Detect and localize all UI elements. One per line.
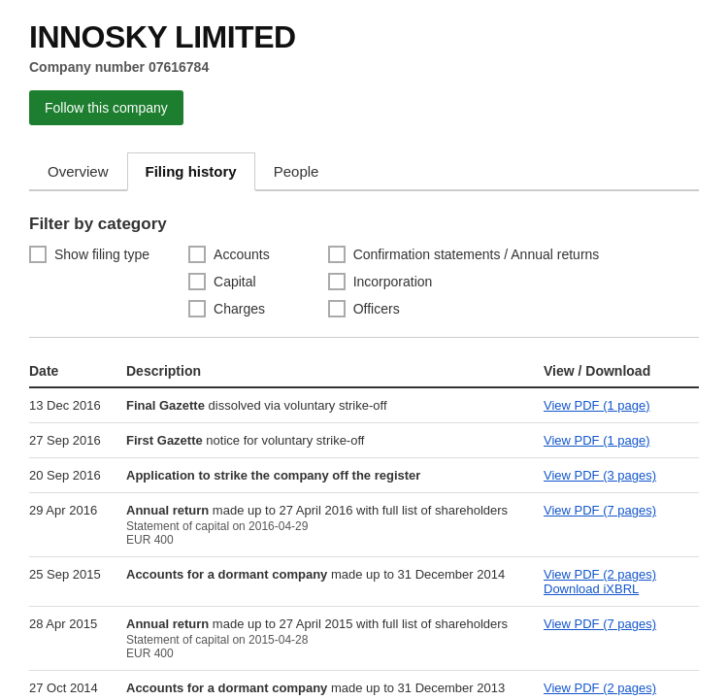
capital-checkbox[interactable] [188, 273, 206, 290]
filter-capital[interactable]: Capital [188, 273, 270, 290]
charges-checkbox[interactable] [188, 300, 206, 317]
desc-rest: dissolved via voluntary strike-off [205, 398, 387, 413]
show-filing-type[interactable]: Show filing type [29, 246, 149, 263]
desc-rest: notice for voluntary strike-off [203, 433, 365, 448]
show-filing-type-checkbox[interactable] [29, 246, 47, 263]
cell-view: View PDF (7 pages) [544, 607, 699, 671]
cell-description: Final Gazette dissolved via voluntary st… [126, 387, 544, 423]
view-pdf-link[interactable]: View PDF (2 pages) [544, 681, 691, 695]
col-header-date: Date [29, 357, 126, 387]
tab-filing-history[interactable]: Filing history [127, 152, 255, 191]
filing-table: Date Description View / Download 13 Dec … [29, 357, 699, 700]
filter-accounts[interactable]: Accounts [188, 246, 270, 263]
cell-view: View PDF (3 pages) [544, 458, 699, 493]
tab-people[interactable]: People [255, 152, 338, 191]
officers-checkbox[interactable] [328, 300, 346, 317]
desc-bold: Annual return [126, 503, 209, 517]
cell-date: 25 Sep 2015 [29, 557, 126, 607]
tab-bar: Overview Filing history People [29, 152, 699, 191]
download-ixbrl-link[interactable]: Download iXBRL [544, 582, 691, 596]
desc-rest: made up to 31 December 2013 [327, 681, 505, 695]
filter-confirmation[interactable]: Confirmation statements / Annual returns [328, 246, 600, 263]
col-header-description: Description [126, 357, 544, 387]
view-pdf-link[interactable]: View PDF (2 pages) [544, 567, 691, 582]
desc-bold: Annual return [126, 617, 209, 631]
desc-rest: made up to 27 April 2016 with full list … [209, 503, 508, 517]
accounts-checkbox[interactable] [188, 246, 206, 263]
cell-view: View PDF (1 page) [544, 387, 699, 423]
desc-bold: First Gazette [126, 433, 203, 448]
follow-button[interactable]: Follow this company [29, 90, 183, 125]
officers-label: Officers [353, 301, 400, 317]
cell-description: First Gazette notice for voluntary strik… [126, 423, 544, 458]
confirmation-checkbox[interactable] [328, 246, 346, 263]
tab-overview[interactable]: Overview [29, 152, 127, 191]
company-title: INNOSKY LIMITED [29, 19, 699, 55]
cell-date: 27 Oct 2014 [29, 671, 126, 701]
filter-title: Filter by category [29, 215, 699, 234]
table-row: 25 Sep 2015Accounts for a dormant compan… [29, 557, 699, 607]
desc-bold: Accounts for a dormant company [126, 567, 327, 582]
table-row: 28 Apr 2015Annual return made up to 27 A… [29, 607, 699, 671]
desc-sub: Statement of capital on 2015-04-28 EUR 4… [126, 633, 536, 660]
desc-bold: Final Gazette [126, 398, 205, 413]
filter-charges[interactable]: Charges [188, 300, 270, 317]
cell-date: 20 Sep 2016 [29, 458, 126, 493]
incorporation-label: Incorporation [353, 274, 433, 289]
show-filing-type-label: Show filing type [54, 247, 149, 262]
desc-rest: made up to 31 December 2014 [327, 567, 505, 582]
cell-description: Accounts for a dormant company made up t… [126, 671, 544, 701]
cell-view: View PDF (7 pages) [544, 493, 699, 557]
table-row: 29 Apr 2016Annual return made up to 27 A… [29, 493, 699, 557]
cell-description: Accounts for a dormant company made up t… [126, 557, 544, 607]
view-pdf-link[interactable]: View PDF (3 pages) [544, 468, 691, 483]
company-number: Company number 07616784 [29, 59, 699, 75]
cell-date: 13 Dec 2016 [29, 387, 126, 423]
table-row: 13 Dec 2016Final Gazette dissolved via v… [29, 387, 699, 423]
charges-label: Charges [214, 301, 265, 317]
cell-date: 27 Sep 2016 [29, 423, 126, 458]
filter-section: Filter by category Show filing type Acco… [29, 215, 699, 317]
cell-description: Annual return made up to 27 April 2015 w… [126, 607, 544, 671]
desc-rest: made up to 27 April 2015 with full list … [209, 617, 508, 631]
accounts-label: Accounts [214, 247, 270, 262]
table-row: 20 Sep 2016Application to strike the com… [29, 458, 699, 493]
confirmation-label: Confirmation statements / Annual returns [353, 247, 600, 262]
desc-bold: Application to strike the company off th… [126, 468, 420, 483]
view-pdf-link[interactable]: View PDF (1 page) [544, 398, 691, 413]
desc-bold: Accounts for a dormant company [126, 681, 327, 695]
view-pdf-link[interactable]: View PDF (7 pages) [544, 503, 691, 517]
cell-view: View PDF (1 page) [544, 423, 699, 458]
incorporation-checkbox[interactable] [328, 273, 346, 290]
filter-incorporation[interactable]: Incorporation [328, 273, 600, 290]
cell-view: View PDF (2 pages) [544, 671, 699, 701]
view-pdf-link[interactable]: View PDF (1 page) [544, 433, 691, 448]
cell-view: View PDF (2 pages)Download iXBRL [544, 557, 699, 607]
filter-officers[interactable]: Officers [328, 300, 600, 317]
capital-label: Capital [214, 274, 256, 289]
divider [29, 337, 699, 338]
cell-description: Annual return made up to 27 April 2016 w… [126, 493, 544, 557]
cell-date: 28 Apr 2015 [29, 607, 126, 671]
table-row: 27 Oct 2014Accounts for a dormant compan… [29, 671, 699, 701]
table-row: 27 Sep 2016First Gazette notice for volu… [29, 423, 699, 458]
desc-sub: Statement of capital on 2016-04-29 EUR 4… [126, 519, 536, 547]
col-header-view: View / Download [544, 357, 699, 387]
cell-description: Application to strike the company off th… [126, 458, 544, 493]
view-pdf-link[interactable]: View PDF (7 pages) [544, 617, 691, 631]
cell-date: 29 Apr 2016 [29, 493, 126, 557]
